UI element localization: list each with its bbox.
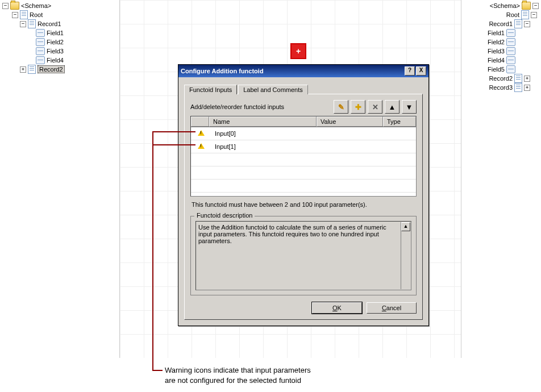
tree-node-record3[interactable]: Record3 +	[471, 83, 539, 92]
tree-label: Field1	[47, 30, 64, 36]
tab-label-comments[interactable]: Label and Comments	[238, 85, 308, 94]
tree-node-record1[interactable]: Record1 −	[471, 19, 539, 28]
tree-label: Field1	[488, 30, 505, 36]
ok-button[interactable]: OK	[312, 302, 362, 314]
column-header-icon[interactable]	[191, 116, 209, 127]
tree-label: Root	[30, 11, 43, 18]
tree-node-field[interactable]: Field2	[471, 37, 539, 47]
cancel-button[interactable]: Cancel	[367, 302, 417, 314]
document-icon	[20, 10, 28, 19]
collapse-icon[interactable]: −	[524, 21, 530, 27]
input-row-empty[interactable]	[191, 180, 416, 193]
tree-label: Field2	[47, 39, 64, 45]
delete-input-button[interactable]: ✕	[368, 100, 382, 114]
list-header: Name Value Type	[191, 116, 416, 127]
collapse-icon[interactable]: −	[2, 3, 9, 9]
tree-node-field[interactable]: Field1	[471, 28, 539, 37]
addition-functoid[interactable]: +	[290, 43, 306, 59]
description-label: Functoid description	[194, 212, 255, 219]
tree-node-record2[interactable]: + Record2	[2, 65, 116, 74]
tree-node-field[interactable]: Field1	[2, 28, 116, 37]
delete-icon: ✕	[372, 103, 378, 111]
tree-node-schema[interactable]: − <Schema>	[2, 1, 116, 10]
collapse-icon[interactable]: −	[532, 3, 539, 9]
tree-node-field[interactable]: Field5	[471, 65, 539, 74]
help-button[interactable]: ?	[405, 66, 415, 76]
record-icon	[514, 83, 522, 92]
expand-icon[interactable]: +	[524, 85, 530, 91]
tree-label: Root	[506, 11, 519, 18]
destination-schema-tree[interactable]: <Schema> − Root − Record1 − Field1 Field…	[471, 1, 539, 92]
inputs-list[interactable]: Name Value Type Input[0] Input[1]	[190, 116, 417, 197]
scroll-up-icon[interactable]: ▲	[401, 222, 410, 231]
column-header-type[interactable]: Type	[383, 116, 416, 127]
tree-label: Record2	[489, 75, 513, 82]
folder-icon	[522, 2, 531, 10]
description-scrollbar[interactable]: ▲	[401, 222, 410, 289]
input-row[interactable]: Input[1]	[191, 140, 416, 153]
tree-label: Record1	[489, 20, 513, 27]
dialog-titlebar[interactable]: Configure Addition functoid ? X	[178, 65, 428, 77]
collapse-icon[interactable]: −	[20, 21, 26, 27]
field-icon	[506, 38, 515, 46]
tree-label: Record1	[38, 20, 61, 27]
close-button[interactable]: X	[416, 66, 426, 76]
arrow-up-icon: ▲	[389, 103, 396, 111]
source-schema-tree[interactable]: − <Schema> − Root − Record1 Field1 Field…	[2, 1, 116, 74]
tree-node-record2[interactable]: Record2 +	[471, 74, 539, 83]
record-icon	[514, 74, 522, 83]
description-text: Use the Addition functoid to calculate t…	[195, 221, 411, 290]
column-header-value[interactable]: Value	[317, 116, 383, 127]
parameter-hint: This functoid must have between 2 and 10…	[192, 201, 415, 208]
plus-icon: ✚	[355, 103, 361, 111]
plus-icon: +	[296, 47, 301, 56]
tree-node-root[interactable]: Root −	[471, 10, 539, 19]
input-row-empty[interactable]	[191, 153, 416, 166]
tree-node-record1[interactable]: − Record1	[2, 19, 116, 28]
tab-strip: Functoid Inputs Label and Comments	[184, 83, 423, 94]
inputs-panel: Add/delete/reorder functoid inputs ✎ ✚ ✕…	[184, 94, 423, 320]
expand-icon[interactable]: +	[20, 66, 26, 73]
expand-icon[interactable]: +	[524, 76, 530, 82]
tree-node-field[interactable]: Field2	[2, 37, 116, 47]
field-icon	[506, 56, 515, 64]
tree-node-schema[interactable]: <Schema> −	[471, 1, 539, 10]
field-icon	[36, 29, 45, 37]
field-icon	[36, 47, 45, 55]
tree-label: Field3	[47, 48, 64, 55]
tab-functoid-inputs[interactable]: Functoid Inputs	[184, 85, 237, 94]
tree-node-field[interactable]: Field4	[2, 56, 116, 65]
callout-line	[152, 131, 195, 132]
field-icon	[36, 38, 45, 46]
warning-icon	[198, 130, 205, 136]
callout-line	[152, 144, 195, 145]
callout-line	[152, 131, 153, 370]
tree-node-field[interactable]: Field4	[471, 56, 539, 65]
inputs-instruction: Add/delete/reorder functoid inputs	[190, 103, 284, 110]
move-down-button[interactable]: ▼	[402, 100, 417, 114]
input-row[interactable]: Input[0]	[191, 127, 416, 140]
move-up-button[interactable]: ▲	[385, 100, 399, 114]
add-input-button[interactable]: ✚	[351, 100, 365, 114]
description-group: Functoid description Use the Addition fu…	[190, 216, 417, 295]
record-icon	[28, 65, 36, 74]
tree-label: <Schema>	[21, 2, 51, 9]
tree-node-field[interactable]: Field3	[471, 47, 539, 56]
collapse-icon[interactable]: −	[12, 12, 18, 18]
tree-label: Record3	[489, 84, 513, 91]
tree-node-field[interactable]: Field3	[2, 47, 116, 56]
callout-line	[152, 370, 163, 371]
record-icon	[514, 19, 522, 28]
field-icon	[36, 56, 45, 64]
input-name: Input[0]	[211, 130, 320, 137]
field-icon	[506, 47, 515, 55]
edit-input-button[interactable]: ✎	[334, 100, 348, 114]
collapse-icon[interactable]: −	[531, 12, 537, 18]
annotation-text: Warning icons indicate that input parame…	[165, 365, 409, 386]
tree-label: Field2	[488, 39, 505, 45]
arrow-down-icon: ▼	[406, 103, 413, 111]
input-row-empty[interactable]	[191, 166, 416, 180]
field-icon	[506, 65, 515, 73]
column-header-name[interactable]: Name	[209, 116, 317, 127]
tree-node-root[interactable]: − Root	[2, 10, 116, 19]
